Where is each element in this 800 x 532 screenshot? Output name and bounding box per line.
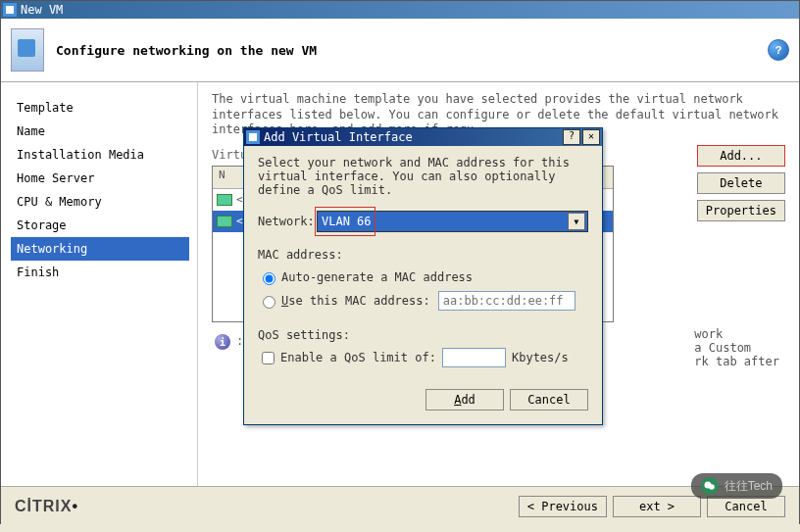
dialog-cancel-button[interactable]: Cancel <box>510 389 588 411</box>
watermark-text: 往往Tech <box>725 478 773 495</box>
cancel-button[interactable]: Cancel <box>707 496 785 517</box>
nav-finish[interactable]: Finish <box>11 261 189 284</box>
mac-manual-label: Use this MAC address: <box>281 294 430 308</box>
help-icon[interactable]: ? <box>768 39 789 61</box>
mac-auto-radio[interactable] <box>263 272 275 285</box>
dialog-add-button[interactable]: Add <box>425 389 504 411</box>
list-item-label: < <box>236 215 243 227</box>
nav-installation-media[interactable]: Installation Media <box>11 143 189 167</box>
wechat-icon <box>701 477 719 495</box>
nic-icon <box>217 216 232 227</box>
wizard-header: Configure networking on the new VM ? <box>1 19 799 82</box>
nav-home-server[interactable]: Home Server <box>11 167 189 190</box>
dialog-instruction: Select your network and MAC address for … <box>258 156 588 197</box>
svg-rect-1 <box>6 6 14 14</box>
delete-interface-button[interactable]: Delete <box>697 172 785 194</box>
dialog-titlebar[interactable]: Add Virtual Interface ? ✕ <box>244 128 602 146</box>
next-button[interactable]: ext > <box>613 496 701 517</box>
info-icon: i <box>215 334 230 350</box>
network-label: Network: <box>258 215 317 228</box>
svg-rect-3 <box>249 133 257 141</box>
mac-auto-label: Auto-generate a MAC address <box>281 270 473 284</box>
properties-button[interactable]: Properties <box>697 200 785 221</box>
brand-logo: CİTRIX• <box>15 498 78 515</box>
qos-enable-checkbox[interactable] <box>262 352 275 364</box>
interface-action-buttons: Add... Delete Properties <box>697 145 785 221</box>
page-title: Configure networking on the new VM <box>56 43 317 58</box>
previous-button[interactable]: < Previous <box>519 496 607 517</box>
add-virtual-interface-dialog: Add Virtual Interface ? ✕ Select your ne… <box>243 127 603 425</box>
qos-enable-label: Enable a QoS limit of: <box>280 351 436 364</box>
wizard-icon <box>11 28 44 72</box>
window-titlebar[interactable]: New VM <box>1 1 799 19</box>
nic-icon <box>217 194 232 206</box>
network-selected-value: VLAN 66 <box>322 215 372 228</box>
partial-hint-right: work a Custom rk tab after <box>694 327 779 368</box>
qos-section-label: QoS settings: <box>258 328 588 342</box>
nav-cpu-memory[interactable]: CPU & Memory <box>11 190 189 214</box>
app-icon <box>3 3 17 17</box>
nav-template[interactable]: Template <box>11 96 189 120</box>
mac-address-input[interactable] <box>438 291 575 311</box>
svg-point-5 <box>709 484 715 490</box>
nav-storage[interactable]: Storage <box>11 214 189 237</box>
brand-dot: • <box>72 498 78 514</box>
dialog-icon <box>246 130 260 144</box>
list-item-label: < <box>236 193 243 206</box>
nav-name[interactable]: Name <box>11 120 189 143</box>
network-dropdown[interactable]: VLAN 66 ▼ <box>317 211 588 232</box>
wizard-steps-nav: Template Name Installation Media Home Se… <box>1 82 197 486</box>
qos-unit-label: Kbytes/s <box>512 351 569 364</box>
mac-section-label: MAC address: <box>258 248 588 262</box>
dialog-help-icon[interactable]: ? <box>563 129 580 145</box>
nav-networking[interactable]: Networking <box>11 237 189 261</box>
window-title: New VM <box>21 3 63 17</box>
dialog-title: Add Virtual Interface <box>264 130 413 144</box>
watermark: 往往Tech <box>691 473 782 499</box>
brand-text: CİTRIX <box>15 498 72 514</box>
add-interface-button[interactable]: Add... <box>697 145 785 167</box>
mac-manual-radio[interactable] <box>263 296 275 309</box>
wizard-footer: CİTRIX• < Previous ext > Cancel <box>1 486 799 526</box>
dialog-footer: Add Cancel <box>244 379 602 424</box>
close-icon[interactable]: ✕ <box>582 129 600 145</box>
qos-limit-input[interactable] <box>442 348 506 367</box>
chevron-down-icon[interactable]: ▼ <box>568 213 585 230</box>
dialog-body: Select your network and MAC address for … <box>244 146 602 379</box>
